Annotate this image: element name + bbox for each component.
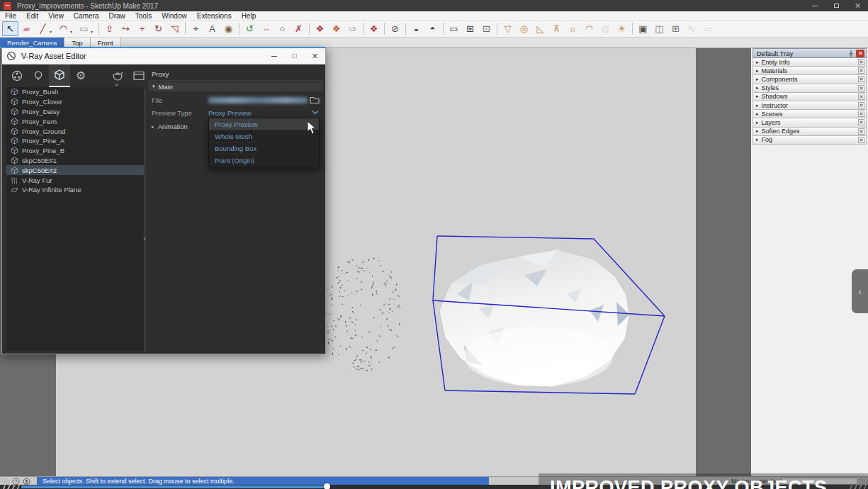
section-close-button[interactable] bbox=[858, 76, 864, 82]
scene-tab[interactable]: Top bbox=[64, 38, 90, 47]
section-close-button[interactable] bbox=[858, 67, 864, 74]
toolbar-tool-orbit[interactable]: ↺▾ bbox=[242, 21, 258, 36]
toolbar-tool-vray-logo[interactable]: ⊘▾ bbox=[387, 21, 403, 36]
dropdown-option[interactable]: Proxy Preview bbox=[209, 118, 319, 130]
vray-maximize-button[interactable] bbox=[284, 48, 305, 64]
menu-item[interactable]: Help bbox=[237, 12, 261, 20]
tray-section[interactable]: ▸ Styles bbox=[753, 84, 867, 93]
section-close-button[interactable] bbox=[858, 137, 864, 143]
toolbar-tool-pan[interactable]: ⇔▾ bbox=[258, 21, 274, 36]
asset-row[interactable]: Proxy_Ground bbox=[6, 126, 144, 136]
main-section-header[interactable]: ▾ Main bbox=[148, 82, 323, 91]
toolbar-tool-vray-render-last[interactable]: ⇨▾ bbox=[344, 21, 361, 36]
toolbar-tool-push-pull[interactable]: ⇧▾ bbox=[101, 21, 118, 36]
tray-section[interactable]: ▸ Scenes bbox=[753, 110, 867, 118]
asset-row[interactable]: V-Ray Infinite Plane bbox=[6, 185, 144, 195]
section-close-button[interactable] bbox=[858, 111, 864, 117]
section-close-button[interactable] bbox=[858, 59, 864, 65]
menu-item[interactable]: Extensions bbox=[192, 12, 237, 20]
section-close-button[interactable] bbox=[858, 85, 864, 91]
section-close-button[interactable] bbox=[858, 102, 864, 108]
tab-geometry[interactable] bbox=[49, 64, 70, 87]
tab-materials[interactable] bbox=[6, 64, 28, 87]
menu-item[interactable]: File bbox=[0, 12, 21, 20]
toolbar-tool-frame-buffer-layers[interactable]: ⊞▾ bbox=[462, 21, 478, 36]
toolbar-tool-text[interactable]: A▾ bbox=[204, 21, 220, 36]
toolbar-tool-arc[interactable]: ◠▾ bbox=[55, 21, 72, 36]
tray-section[interactable]: ▸ Materials bbox=[753, 67, 867, 75]
menu-item[interactable]: Camera bbox=[69, 12, 104, 20]
toolbar-tool-ies-light[interactable]: ⊼▾ bbox=[548, 21, 565, 36]
dropdown-option[interactable]: Point (Origin) bbox=[209, 154, 319, 167]
render-button[interactable]: ▾ bbox=[107, 64, 128, 87]
vray-minimize-button[interactable] bbox=[264, 48, 284, 64]
toolbar-tool-move[interactable]: +▾ bbox=[134, 21, 150, 36]
asset-row[interactable]: Proxy_Pine_A bbox=[6, 136, 144, 146]
asset-row[interactable]: skpC50E#2 bbox=[6, 165, 144, 175]
tray-section[interactable]: ▸ Entity Info bbox=[753, 58, 867, 67]
toolbar-tool-position-camera[interactable]: ⌖▾ bbox=[188, 21, 204, 36]
tray-section[interactable]: ▸ Layers bbox=[753, 118, 867, 127]
video-progress-handle[interactable] bbox=[324, 483, 330, 489]
tray-section[interactable]: ▸ Instructor bbox=[753, 101, 867, 110]
toolbar-tool-dome-light[interactable]: ◠▾ bbox=[581, 21, 597, 36]
list-collapse-handle[interactable]: ‹ bbox=[141, 233, 148, 243]
close-button[interactable] bbox=[847, 0, 868, 11]
vray-close-button[interactable] bbox=[305, 48, 325, 64]
toolbar-tool-proxy-export[interactable]: ⊞▾ bbox=[667, 21, 684, 36]
toolbar-tool-rotate[interactable]: ↻▾ bbox=[150, 21, 167, 36]
tray-close-button[interactable] bbox=[856, 50, 864, 57]
sign-in-icon[interactable] bbox=[23, 478, 30, 485]
toolbar-tool-infinite-plane-tool[interactable]: ▱▾ bbox=[700, 21, 716, 36]
asset-row[interactable]: skpC50E#1 bbox=[6, 156, 144, 166]
scene-tab[interactable]: Front bbox=[91, 38, 121, 47]
menu-item[interactable]: Draw bbox=[103, 12, 130, 20]
toolbar-tool-frame-buffer[interactable]: ▭▾ bbox=[446, 21, 462, 36]
toolbar-tool-zoom[interactable]: ○▾ bbox=[274, 21, 291, 36]
tray-section[interactable]: ▸ Fog bbox=[753, 136, 867, 145]
toolbar-tool-rectangle[interactable]: ▭▾ bbox=[76, 21, 92, 36]
section-close-button[interactable] bbox=[858, 94, 864, 100]
toolbar-tool-vray-camera[interactable]: ▣▾ bbox=[635, 21, 651, 36]
asset-row[interactable]: Proxy_Clover bbox=[6, 97, 144, 107]
toolbar-tool-spot-light[interactable]: ◺▾ bbox=[532, 21, 548, 36]
toolbar-tool-select[interactable]: ↖▾ bbox=[2, 21, 18, 36]
minimize-button[interactable] bbox=[804, 0, 825, 11]
menu-item[interactable]: Window bbox=[157, 12, 192, 20]
toolbar-tool-render-interactive[interactable]: ◓▾ bbox=[424, 21, 441, 36]
toolbar-tool-vray-render-region[interactable]: ❖▾ bbox=[366, 21, 382, 36]
tab-lights[interactable] bbox=[28, 64, 49, 87]
toolbar-tool-vray-asset-editor[interactable]: ❖▾ bbox=[312, 21, 328, 36]
vray-editor-titlebar[interactable]: V-Ray Asset Editor bbox=[2, 48, 325, 64]
pin-icon[interactable] bbox=[848, 50, 854, 57]
asset-row[interactable]: Proxy_Daisy bbox=[6, 107, 144, 117]
section-close-button[interactable] bbox=[858, 128, 864, 135]
toolbar-tool-zoom-extents[interactable]: ✗▾ bbox=[291, 21, 307, 36]
tab-settings[interactable]: ⚙ bbox=[70, 64, 91, 87]
animation-section-header[interactable]: ▸ Animation bbox=[152, 123, 188, 130]
toolbar-tool-rect-light[interactable]: ▽▾ bbox=[500, 21, 516, 36]
toolbar-tool-render[interactable]: ◒▾ bbox=[408, 21, 424, 36]
toolbar-tool-vray-render-tool[interactable]: ❖▾ bbox=[328, 21, 344, 36]
asset-row[interactable]: Proxy_Bush bbox=[6, 87, 144, 97]
toolbar-tool-proxy-import[interactable]: ◫▾ bbox=[651, 21, 667, 36]
toolbar-tool-vray-fur-tool[interactable]: ∿▾ bbox=[684, 21, 700, 36]
dropdown-option[interactable]: Bounding Box bbox=[209, 142, 319, 154]
menu-item[interactable]: Edit bbox=[21, 12, 43, 20]
toolbar-tool-follow-me[interactable]: ↪▾ bbox=[118, 21, 134, 36]
tray-section[interactable]: ▸ Soften Edges bbox=[753, 128, 867, 136]
asset-row[interactable]: Proxy_Fern bbox=[6, 116, 144, 126]
dropdown-option[interactable]: Whole Mesh bbox=[209, 130, 319, 142]
tray-section[interactable]: ▸ Shadows bbox=[753, 93, 867, 101]
toolbar-tool-sphere-light[interactable]: ◎▾ bbox=[516, 21, 532, 36]
toolbar-tool-scale[interactable]: ◹▾ bbox=[167, 21, 183, 36]
toolbar-tool-omni-light[interactable]: ☼▾ bbox=[565, 21, 581, 36]
toolbar-tool-lock-camera[interactable]: ⊡▾ bbox=[478, 21, 495, 36]
chevron-down-icon[interactable] bbox=[312, 110, 319, 115]
preview-type-select[interactable]: Proxy Preview bbox=[208, 109, 252, 117]
geolocation-icon[interactable] bbox=[1, 478, 9, 485]
tray-section[interactable]: ▸ Components bbox=[753, 75, 867, 84]
section-close-button[interactable] bbox=[858, 119, 864, 125]
restore-button[interactable] bbox=[825, 0, 847, 11]
toolbar-tool-sun-light[interactable]: ☀▾ bbox=[614, 21, 630, 36]
